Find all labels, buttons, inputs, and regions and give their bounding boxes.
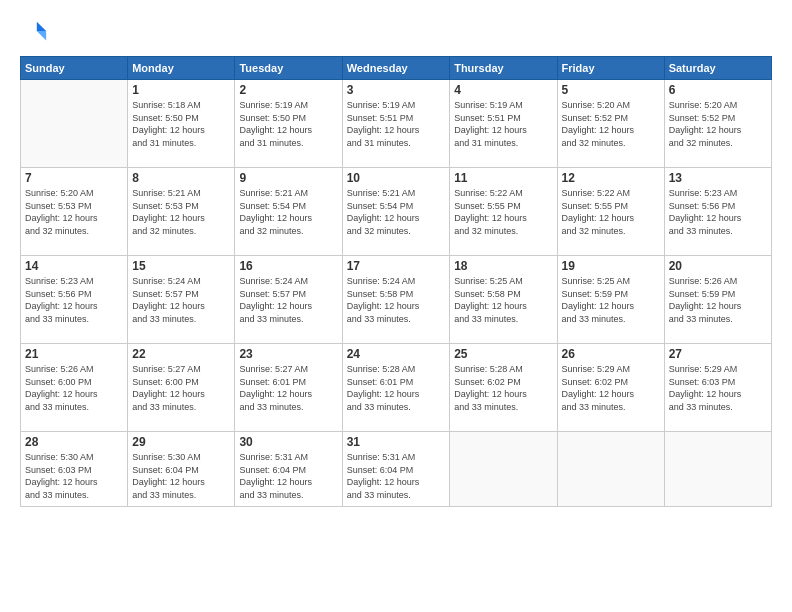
calendar-week-row: 1Sunrise: 5:18 AMSunset: 5:50 PMDaylight… bbox=[21, 80, 772, 168]
day-info: Sunrise: 5:25 AMSunset: 5:59 PMDaylight:… bbox=[562, 275, 660, 325]
day-number: 31 bbox=[347, 435, 445, 449]
day-info: Sunrise: 5:22 AMSunset: 5:55 PMDaylight:… bbox=[562, 187, 660, 237]
day-number: 2 bbox=[239, 83, 337, 97]
day-number: 24 bbox=[347, 347, 445, 361]
day-number: 19 bbox=[562, 259, 660, 273]
calendar-cell bbox=[450, 432, 557, 507]
calendar-cell: 16Sunrise: 5:24 AMSunset: 5:57 PMDayligh… bbox=[235, 256, 342, 344]
calendar-cell: 9Sunrise: 5:21 AMSunset: 5:54 PMDaylight… bbox=[235, 168, 342, 256]
header bbox=[20, 18, 772, 46]
calendar-cell bbox=[21, 80, 128, 168]
svg-marker-1 bbox=[37, 31, 46, 40]
day-info: Sunrise: 5:28 AMSunset: 6:01 PMDaylight:… bbox=[347, 363, 445, 413]
calendar-week-row: 7Sunrise: 5:20 AMSunset: 5:53 PMDaylight… bbox=[21, 168, 772, 256]
calendar-header-monday: Monday bbox=[128, 57, 235, 80]
calendar-cell: 28Sunrise: 5:30 AMSunset: 6:03 PMDayligh… bbox=[21, 432, 128, 507]
calendar-cell: 20Sunrise: 5:26 AMSunset: 5:59 PMDayligh… bbox=[664, 256, 771, 344]
calendar-cell: 30Sunrise: 5:31 AMSunset: 6:04 PMDayligh… bbox=[235, 432, 342, 507]
day-info: Sunrise: 5:19 AMSunset: 5:50 PMDaylight:… bbox=[239, 99, 337, 149]
day-info: Sunrise: 5:23 AMSunset: 5:56 PMDaylight:… bbox=[25, 275, 123, 325]
day-number: 18 bbox=[454, 259, 552, 273]
day-number: 16 bbox=[239, 259, 337, 273]
day-info: Sunrise: 5:18 AMSunset: 5:50 PMDaylight:… bbox=[132, 99, 230, 149]
day-number: 26 bbox=[562, 347, 660, 361]
day-number: 1 bbox=[132, 83, 230, 97]
logo-icon bbox=[20, 18, 48, 46]
day-info: Sunrise: 5:19 AMSunset: 5:51 PMDaylight:… bbox=[347, 99, 445, 149]
calendar-cell: 23Sunrise: 5:27 AMSunset: 6:01 PMDayligh… bbox=[235, 344, 342, 432]
day-number: 20 bbox=[669, 259, 767, 273]
calendar-cell: 29Sunrise: 5:30 AMSunset: 6:04 PMDayligh… bbox=[128, 432, 235, 507]
day-number: 8 bbox=[132, 171, 230, 185]
day-number: 12 bbox=[562, 171, 660, 185]
day-info: Sunrise: 5:21 AMSunset: 5:53 PMDaylight:… bbox=[132, 187, 230, 237]
day-info: Sunrise: 5:27 AMSunset: 6:00 PMDaylight:… bbox=[132, 363, 230, 413]
day-info: Sunrise: 5:23 AMSunset: 5:56 PMDaylight:… bbox=[669, 187, 767, 237]
calendar-header-wednesday: Wednesday bbox=[342, 57, 449, 80]
calendar-header-row: SundayMondayTuesdayWednesdayThursdayFrid… bbox=[21, 57, 772, 80]
day-info: Sunrise: 5:31 AMSunset: 6:04 PMDaylight:… bbox=[239, 451, 337, 501]
day-number: 10 bbox=[347, 171, 445, 185]
day-info: Sunrise: 5:29 AMSunset: 6:03 PMDaylight:… bbox=[669, 363, 767, 413]
day-info: Sunrise: 5:24 AMSunset: 5:57 PMDaylight:… bbox=[239, 275, 337, 325]
calendar-cell: 6Sunrise: 5:20 AMSunset: 5:52 PMDaylight… bbox=[664, 80, 771, 168]
calendar-cell: 11Sunrise: 5:22 AMSunset: 5:55 PMDayligh… bbox=[450, 168, 557, 256]
calendar-cell: 25Sunrise: 5:28 AMSunset: 6:02 PMDayligh… bbox=[450, 344, 557, 432]
calendar-cell: 24Sunrise: 5:28 AMSunset: 6:01 PMDayligh… bbox=[342, 344, 449, 432]
calendar-week-row: 28Sunrise: 5:30 AMSunset: 6:03 PMDayligh… bbox=[21, 432, 772, 507]
day-number: 15 bbox=[132, 259, 230, 273]
day-info: Sunrise: 5:20 AMSunset: 5:52 PMDaylight:… bbox=[669, 99, 767, 149]
calendar-cell bbox=[664, 432, 771, 507]
calendar-header-sunday: Sunday bbox=[21, 57, 128, 80]
day-info: Sunrise: 5:25 AMSunset: 5:58 PMDaylight:… bbox=[454, 275, 552, 325]
day-info: Sunrise: 5:19 AMSunset: 5:51 PMDaylight:… bbox=[454, 99, 552, 149]
calendar-cell: 4Sunrise: 5:19 AMSunset: 5:51 PMDaylight… bbox=[450, 80, 557, 168]
calendar-cell: 14Sunrise: 5:23 AMSunset: 5:56 PMDayligh… bbox=[21, 256, 128, 344]
day-number: 25 bbox=[454, 347, 552, 361]
calendar-header-friday: Friday bbox=[557, 57, 664, 80]
page: SundayMondayTuesdayWednesdayThursdayFrid… bbox=[0, 0, 792, 612]
calendar-cell: 2Sunrise: 5:19 AMSunset: 5:50 PMDaylight… bbox=[235, 80, 342, 168]
day-info: Sunrise: 5:28 AMSunset: 6:02 PMDaylight:… bbox=[454, 363, 552, 413]
calendar-cell: 10Sunrise: 5:21 AMSunset: 5:54 PMDayligh… bbox=[342, 168, 449, 256]
calendar-header-thursday: Thursday bbox=[450, 57, 557, 80]
calendar-cell: 21Sunrise: 5:26 AMSunset: 6:00 PMDayligh… bbox=[21, 344, 128, 432]
day-info: Sunrise: 5:27 AMSunset: 6:01 PMDaylight:… bbox=[239, 363, 337, 413]
day-number: 22 bbox=[132, 347, 230, 361]
day-number: 27 bbox=[669, 347, 767, 361]
day-number: 17 bbox=[347, 259, 445, 273]
calendar-header-tuesday: Tuesday bbox=[235, 57, 342, 80]
day-number: 3 bbox=[347, 83, 445, 97]
calendar-cell: 12Sunrise: 5:22 AMSunset: 5:55 PMDayligh… bbox=[557, 168, 664, 256]
day-number: 9 bbox=[239, 171, 337, 185]
day-info: Sunrise: 5:21 AMSunset: 5:54 PMDaylight:… bbox=[239, 187, 337, 237]
calendar-cell: 31Sunrise: 5:31 AMSunset: 6:04 PMDayligh… bbox=[342, 432, 449, 507]
calendar-cell: 22Sunrise: 5:27 AMSunset: 6:00 PMDayligh… bbox=[128, 344, 235, 432]
calendar-cell: 19Sunrise: 5:25 AMSunset: 5:59 PMDayligh… bbox=[557, 256, 664, 344]
calendar-cell: 3Sunrise: 5:19 AMSunset: 5:51 PMDaylight… bbox=[342, 80, 449, 168]
calendar-cell: 18Sunrise: 5:25 AMSunset: 5:58 PMDayligh… bbox=[450, 256, 557, 344]
day-number: 11 bbox=[454, 171, 552, 185]
day-number: 4 bbox=[454, 83, 552, 97]
calendar-cell: 27Sunrise: 5:29 AMSunset: 6:03 PMDayligh… bbox=[664, 344, 771, 432]
day-info: Sunrise: 5:20 AMSunset: 5:52 PMDaylight:… bbox=[562, 99, 660, 149]
calendar-cell: 13Sunrise: 5:23 AMSunset: 5:56 PMDayligh… bbox=[664, 168, 771, 256]
day-info: Sunrise: 5:24 AMSunset: 5:58 PMDaylight:… bbox=[347, 275, 445, 325]
day-number: 28 bbox=[25, 435, 123, 449]
calendar-table: SundayMondayTuesdayWednesdayThursdayFrid… bbox=[20, 56, 772, 507]
day-number: 14 bbox=[25, 259, 123, 273]
calendar-cell: 1Sunrise: 5:18 AMSunset: 5:50 PMDaylight… bbox=[128, 80, 235, 168]
day-number: 13 bbox=[669, 171, 767, 185]
day-info: Sunrise: 5:21 AMSunset: 5:54 PMDaylight:… bbox=[347, 187, 445, 237]
svg-marker-0 bbox=[37, 22, 46, 31]
day-number: 5 bbox=[562, 83, 660, 97]
day-info: Sunrise: 5:31 AMSunset: 6:04 PMDaylight:… bbox=[347, 451, 445, 501]
day-number: 30 bbox=[239, 435, 337, 449]
calendar-cell bbox=[557, 432, 664, 507]
day-info: Sunrise: 5:26 AMSunset: 6:00 PMDaylight:… bbox=[25, 363, 123, 413]
calendar-cell: 26Sunrise: 5:29 AMSunset: 6:02 PMDayligh… bbox=[557, 344, 664, 432]
calendar-cell: 8Sunrise: 5:21 AMSunset: 5:53 PMDaylight… bbox=[128, 168, 235, 256]
day-number: 29 bbox=[132, 435, 230, 449]
day-info: Sunrise: 5:20 AMSunset: 5:53 PMDaylight:… bbox=[25, 187, 123, 237]
day-info: Sunrise: 5:22 AMSunset: 5:55 PMDaylight:… bbox=[454, 187, 552, 237]
